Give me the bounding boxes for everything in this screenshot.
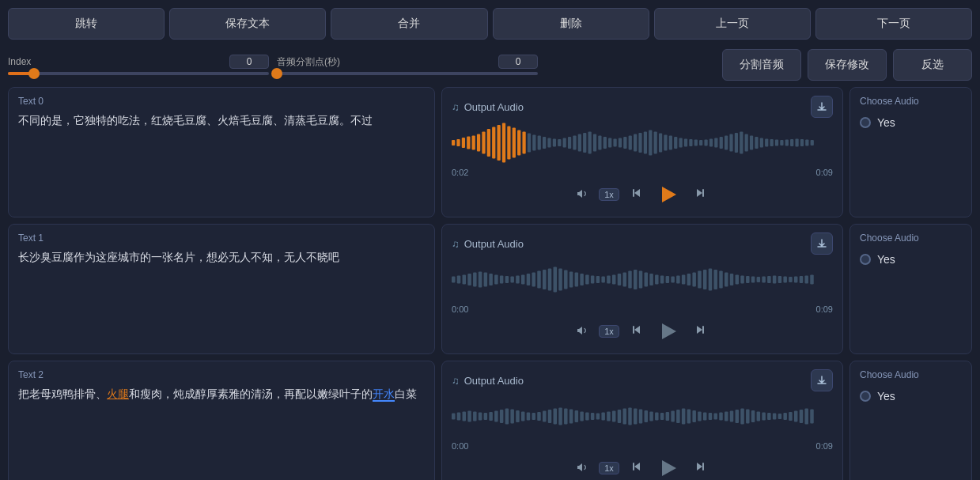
play-button-0[interactable]: [656, 182, 681, 207]
row-0: Text 0不同的是，它独特的吃法，红烧毛豆腐、火焙毛豆腐、清蒸毛豆腐。不过♫O…: [8, 87, 972, 217]
svg-rect-175: [618, 410, 622, 423]
index-control: Index 0: [8, 55, 269, 75]
split-value: 0: [498, 55, 538, 69]
svg-rect-17: [538, 136, 541, 150]
svg-rect-101: [596, 276, 600, 283]
svg-rect-139: [800, 276, 804, 283]
svg-rect-194: [719, 413, 723, 421]
svg-rect-51: [709, 139, 713, 147]
svg-rect-65: [780, 140, 783, 146]
svg-rect-38: [644, 132, 647, 154]
svg-rect-83: [500, 276, 504, 284]
svg-rect-177: [628, 408, 632, 425]
svg-rect-204: [773, 414, 777, 420]
radio-button-2[interactable]: [860, 391, 871, 402]
radio-button-0[interactable]: [860, 117, 871, 128]
svg-rect-160: [537, 412, 541, 421]
index-slider[interactable]: [8, 72, 269, 75]
svg-rect-92: [548, 269, 552, 291]
svg-rect-209: [800, 410, 804, 423]
svg-rect-106: [622, 273, 626, 287]
svg-rect-18: [543, 137, 546, 149]
svg-rect-62: [765, 139, 768, 147]
split-slider[interactable]: [277, 72, 538, 75]
speed-badge-2[interactable]: 1x: [599, 462, 619, 474]
index-label: Index: [8, 56, 31, 67]
svg-rect-198: [740, 409, 744, 425]
svg-rect-81: [489, 274, 493, 285]
time-end-2: 0:09: [816, 441, 833, 451]
svg-rect-191: [703, 413, 707, 421]
invert-button[interactable]: 反选: [893, 49, 972, 81]
svg-rect-152: [494, 411, 498, 422]
time-start-1: 0:00: [452, 304, 468, 314]
svg-rect-39: [649, 130, 652, 156]
svg-rect-30: [604, 137, 607, 149]
speed-badge-1[interactable]: 1x: [599, 325, 619, 338]
svg-rect-8: [492, 127, 495, 159]
text-content-0: 不同的是，它独特的吃法，红烧毛豆腐、火焙毛豆腐、清蒸毛豆腐。不过: [18, 111, 425, 209]
svg-rect-122: [709, 269, 713, 291]
skip-back-button-2[interactable]: [629, 459, 646, 478]
choose-yes-1[interactable]: Yes: [860, 250, 962, 269]
svg-rect-21: [558, 139, 561, 146]
svg-rect-158: [527, 413, 531, 421]
svg-rect-183: [660, 413, 664, 420]
svg-rect-156: [516, 410, 520, 422]
svg-rect-130: [751, 277, 755, 283]
svg-rect-4: [472, 136, 475, 150]
svg-rect-97: [575, 273, 579, 287]
download-button-0[interactable]: [811, 96, 833, 118]
svg-rect-205: [778, 414, 782, 419]
svg-rect-50: [704, 140, 707, 146]
split-label: 音频分割点(秒): [277, 55, 340, 69]
svg-rect-52: [714, 138, 717, 148]
choose-yes-0[interactable]: Yes: [860, 113, 962, 132]
svg-rect-128: [740, 276, 744, 284]
choose-yes-2[interactable]: Yes: [860, 387, 962, 406]
audio-controls-0: 1x: [452, 180, 833, 209]
skip-back-button-0[interactable]: [629, 186, 646, 204]
svg-rect-71: [811, 140, 814, 146]
delete-button[interactable]: 删除: [493, 8, 649, 40]
save-changes-button[interactable]: 保存修改: [808, 49, 887, 81]
svg-rect-74: [452, 277, 456, 283]
prev-page-button[interactable]: 上一页: [654, 8, 811, 40]
svg-rect-79: [479, 272, 482, 288]
speed-badge-0[interactable]: 1x: [599, 188, 619, 201]
svg-rect-102: [601, 277, 605, 283]
svg-rect-166: [569, 410, 573, 424]
time-row-1: 0:000:09: [452, 304, 833, 314]
save-text-button[interactable]: 保存文本: [169, 8, 326, 40]
play-button-1[interactable]: [656, 319, 681, 344]
waveform-2[interactable]: [452, 395, 833, 438]
skip-forward-button-2[interactable]: [691, 459, 708, 478]
svg-rect-155: [510, 410, 514, 424]
volume-button-1[interactable]: [577, 324, 589, 339]
svg-rect-29: [598, 136, 601, 150]
skip-forward-button-1[interactable]: [691, 323, 708, 341]
next-page-button[interactable]: 下一页: [815, 8, 972, 40]
svg-rect-187: [682, 409, 686, 425]
svg-rect-10: [502, 123, 505, 163]
svg-rect-107: [628, 271, 632, 289]
waveform-0[interactable]: [452, 121, 833, 164]
download-button-1[interactable]: [811, 232, 833, 255]
svg-rect-125: [725, 273, 728, 287]
play-button-2[interactable]: [656, 455, 681, 480]
svg-rect-53: [720, 137, 723, 149]
skip-back-button-1[interactable]: [629, 323, 646, 341]
download-button-2[interactable]: [811, 369, 833, 391]
svg-rect-47: [689, 139, 692, 146]
svg-rect-129: [746, 276, 750, 283]
merge-button[interactable]: 合并: [331, 8, 487, 40]
radio-button-1[interactable]: [860, 254, 871, 265]
volume-button-2[interactable]: [577, 461, 589, 476]
jump-button[interactable]: 跳转: [8, 8, 165, 40]
skip-forward-button-0[interactable]: [691, 186, 708, 204]
time-start-0: 0:02: [452, 168, 468, 177]
waveform-1[interactable]: [452, 258, 833, 301]
volume-button-0[interactable]: [577, 187, 589, 202]
svg-rect-77: [467, 274, 471, 285]
split-audio-button[interactable]: 分割音频: [722, 49, 801, 81]
